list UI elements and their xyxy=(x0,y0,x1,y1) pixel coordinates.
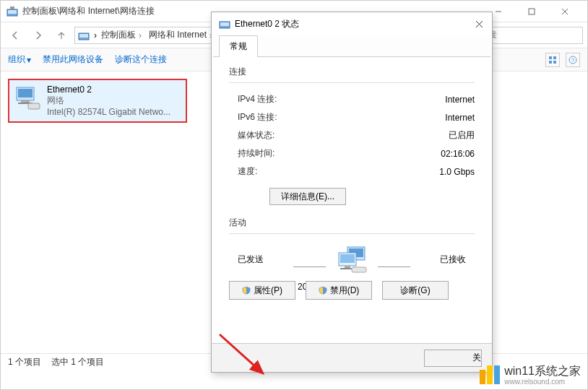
view-options-icon[interactable] xyxy=(545,53,560,67)
dialog-footer: 关 xyxy=(212,343,492,372)
svg-text:?: ? xyxy=(571,57,575,64)
svg-rect-30 xyxy=(352,267,366,272)
adapter-model: Intel(R) 82574L Gigabit Netwo... xyxy=(47,107,180,117)
received-label: 已接收 xyxy=(440,254,466,266)
breadcrumb-item[interactable]: 控制面板› xyxy=(98,27,144,43)
computers-icon xyxy=(334,246,369,273)
up-button[interactable] xyxy=(51,25,72,46)
network-adapter-item[interactable]: Ethernet0 2 网络 Intel(R) 82574L Gigabit N… xyxy=(8,79,187,123)
organize-menu[interactable]: 组织 ▾ xyxy=(8,53,31,66)
svg-rect-17 xyxy=(21,100,30,103)
disable-button[interactable]: 禁用(D) xyxy=(306,281,372,300)
divider xyxy=(229,82,475,83)
svg-rect-8 xyxy=(79,34,88,38)
ipv6-label: IPv6 连接: xyxy=(238,111,395,124)
section-activity: 活动 xyxy=(229,217,475,229)
svg-rect-21 xyxy=(220,22,229,26)
network-adapter-icon xyxy=(7,6,18,17)
svg-rect-27 xyxy=(340,254,355,263)
adapter-network: 网络 xyxy=(47,95,180,107)
maximize-button[interactable] xyxy=(515,1,548,22)
divider xyxy=(229,233,475,234)
svg-rect-16 xyxy=(18,89,33,98)
chevron-right-icon: › xyxy=(94,30,97,40)
shield-icon xyxy=(319,286,327,295)
network-adapter-icon xyxy=(219,18,230,30)
network-adapter-icon xyxy=(15,84,41,110)
ipv6-value: Internet xyxy=(395,113,475,123)
activity-line xyxy=(378,266,410,267)
shield-icon xyxy=(242,286,251,295)
details-button[interactable]: 详细信息(E)... xyxy=(269,188,346,205)
tab-strip: 常规 xyxy=(213,35,490,57)
window-controls xyxy=(482,1,581,22)
dialog-title: Ethernet0 2 状态 xyxy=(235,18,466,30)
selected-count: 选中 1 个项目 xyxy=(51,356,104,368)
action-buttons: 属性(P) 禁用(D) 诊断(G) xyxy=(229,281,449,300)
status-dialog: Ethernet0 2 状态 常规 连接 IPv4 连接:Internet IP… xyxy=(211,12,493,373)
svg-rect-19 xyxy=(28,103,40,109)
svg-rect-1 xyxy=(8,10,17,14)
svg-rect-10 xyxy=(553,56,556,59)
speed-value: 1.0 Gbps xyxy=(395,167,475,177)
properties-button[interactable]: 属性(P) xyxy=(229,281,295,300)
help-icon[interactable]: ? xyxy=(566,53,580,67)
back-button[interactable] xyxy=(5,25,25,46)
svg-rect-28 xyxy=(345,266,350,268)
media-state-value: 已启用 xyxy=(395,129,475,142)
svg-rect-12 xyxy=(553,61,556,64)
dialog-titlebar: Ethernet0 2 状态 xyxy=(212,12,492,35)
sent-label: 已发送 xyxy=(238,254,264,266)
duration-label: 持续时间: xyxy=(238,147,395,160)
diagnose-button[interactable]: 诊断这个连接 xyxy=(115,53,167,66)
media-state-label: 媒体状态: xyxy=(238,129,395,142)
dialog-body: 连接 IPv4 连接:Internet IPv6 连接:Internet 媒体状… xyxy=(212,57,492,343)
activity-line xyxy=(293,266,326,267)
item-count: 1 个项目 xyxy=(8,356,41,368)
breadcrumb-item[interactable]: 网络和 Internet› xyxy=(146,27,215,43)
ipv4-value: Internet xyxy=(395,95,475,105)
dialog-close-button[interactable]: 关 xyxy=(424,350,482,367)
ipv4-label: IPv4 连接: xyxy=(238,93,395,105)
svg-rect-2 xyxy=(10,6,14,9)
disable-device-button[interactable]: 禁用此网络设备 xyxy=(43,53,103,66)
section-connection: 连接 xyxy=(229,66,475,78)
network-adapter-icon xyxy=(78,30,90,41)
tab-general[interactable]: 常规 xyxy=(219,35,258,57)
speed-label: 速度: xyxy=(238,165,395,178)
svg-rect-4 xyxy=(529,9,535,14)
close-button[interactable] xyxy=(466,12,492,35)
close-button[interactable] xyxy=(548,1,581,22)
duration-value: 02:16:06 xyxy=(395,149,475,159)
forward-button[interactable] xyxy=(28,25,48,46)
svg-rect-11 xyxy=(549,61,552,64)
svg-rect-9 xyxy=(549,56,552,59)
adapter-name: Ethernet0 2 xyxy=(47,84,180,95)
diagnose-button[interactable]: 诊断(G) xyxy=(382,281,449,300)
